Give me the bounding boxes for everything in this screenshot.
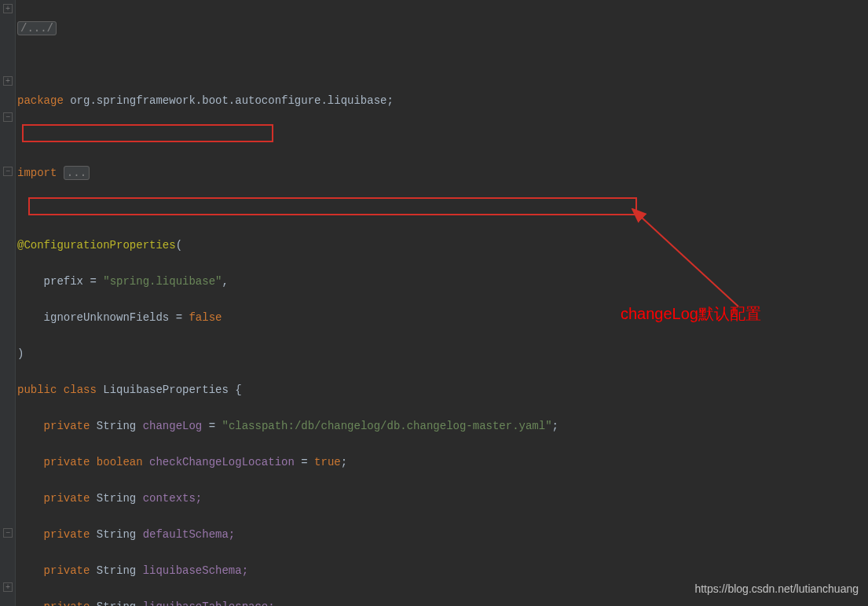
code-line: package org.springframework.boot.autocon… xyxy=(17,92,559,110)
code-line: ) xyxy=(17,345,559,363)
code-line xyxy=(17,128,559,146)
import-fold[interactable]: ... xyxy=(64,166,90,180)
code-line: /.../ xyxy=(17,20,559,38)
code-line: private String defaultSchema; xyxy=(17,526,559,544)
folded-region[interactable]: /.../ xyxy=(17,21,57,35)
annotation-label: changeLog默认配置 xyxy=(621,305,761,323)
fold-icon[interactable]: − xyxy=(3,528,13,538)
code-line xyxy=(17,56,559,74)
code-line: private String changeLog = "classpath:/d… xyxy=(17,417,559,435)
editor-gutter: + + − − − + xyxy=(0,0,16,606)
code-editor[interactable]: /.../ package org.springframework.boot.a… xyxy=(17,2,559,606)
code-line: @ConfigurationProperties( xyxy=(17,237,559,255)
code-line: ignoreUnknownFields = false xyxy=(17,309,559,327)
code-line xyxy=(17,200,559,219)
code-line: private String liquibaseTablespace; xyxy=(17,598,559,606)
watermark-text: https://blog.csdn.net/lutianchuang xyxy=(694,580,859,598)
code-line: public class LiquibaseProperties { xyxy=(17,381,559,399)
code-line: private boolean checkChangeLogLocation =… xyxy=(17,454,559,472)
fold-icon[interactable]: + xyxy=(3,4,13,13)
fold-icon[interactable]: − xyxy=(3,167,13,176)
fold-icon[interactable]: − xyxy=(3,112,13,122)
fold-icon[interactable]: + xyxy=(3,582,13,592)
code-line: import ... xyxy=(17,164,559,182)
code-line: private String contexts; xyxy=(17,490,559,508)
code-line: private String liquibaseSchema; xyxy=(17,562,559,580)
svg-line-1 xyxy=(640,216,738,307)
fold-icon[interactable]: + xyxy=(3,76,13,86)
code-line: prefix = "spring.liquibase", xyxy=(17,273,559,291)
